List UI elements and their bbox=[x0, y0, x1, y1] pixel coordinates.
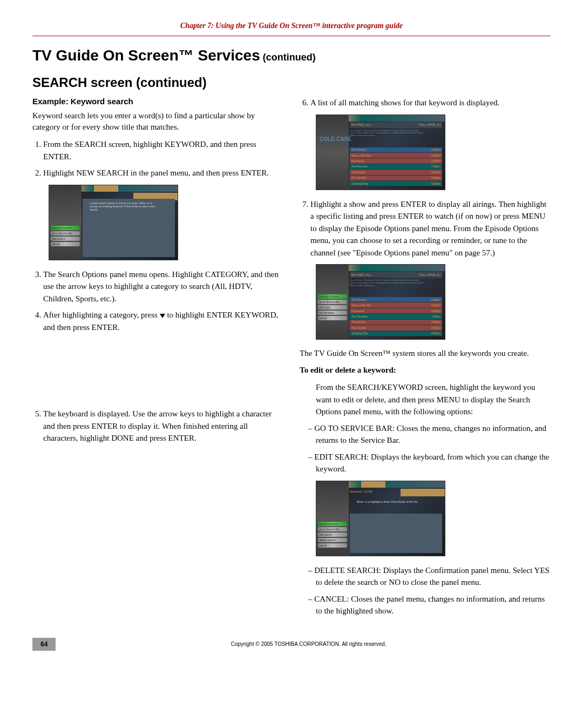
result-row: The Recruiter7:30pm bbox=[350, 314, 442, 319]
step-4: After highlighting a category, press to … bbox=[43, 309, 283, 333]
sidebar-cancel-2: cancel bbox=[318, 316, 347, 320]
movies-all: MOVIES: ALL bbox=[351, 123, 371, 126]
sidebar-cancel-3: cancel bbox=[318, 543, 347, 548]
edit-heading: To edit or delete a keyword: bbox=[300, 365, 551, 376]
steps-list-left-2: The Search Options panel menu opens. Hig… bbox=[43, 268, 283, 334]
dash-delete: DELETE SEARCH: Displays the Confirmation… bbox=[316, 564, 551, 589]
step-7: Highlight a show and press ENTER to disp… bbox=[310, 198, 551, 259]
dash-goto: GO TO SERVICE BAR: Closes the menu, chan… bbox=[316, 422, 551, 447]
step-2: Highlight NEW SEARCH in the panel menu, … bbox=[43, 167, 283, 179]
dash-edit: EDIT SEARCH: Displays the keyboard, from… bbox=[316, 451, 551, 475]
main-title: TV Guide On Screen™ Services (continued) bbox=[32, 47, 551, 64]
sidebar-delete-search: delete search bbox=[318, 538, 347, 542]
step-5: The keyboard is displayed. Use the arrow… bbox=[43, 408, 283, 444]
sidebar-edit-show: edit show bbox=[318, 305, 347, 309]
from-text: From the SEARCH/KEYWORD screen, highligh… bbox=[316, 381, 551, 418]
steps-list-left-3: The keyboard is displayed. Use the arrow… bbox=[43, 408, 283, 444]
steps-list-left: From the SEARCH screen, highlight KEYWOR… bbox=[43, 138, 283, 179]
result-row: The Passion6:30pm bbox=[350, 147, 442, 153]
screenshot-results-1: MOVIES: ALL THU, APRIL 8 i COLD CASE Kis… bbox=[316, 114, 445, 190]
result-row: Jumping Ship8:30pm bbox=[350, 181, 442, 186]
result-row: Rosewood6:30pm bbox=[350, 308, 442, 314]
result-row: The Sandlot8:00pm bbox=[350, 325, 442, 331]
title-bar: MOVIES: ALL THU, APRIL 8 i bbox=[350, 122, 442, 128]
two-column-layout: Example: Keyword search Keyword search l… bbox=[32, 97, 551, 622]
movies-all-2: MOVIES: ALL bbox=[351, 273, 371, 277]
sidebar-episode-options: Episode Options bbox=[318, 294, 347, 299]
movie-desc-2: Kiss of Death: Remake of the 1947 film-n… bbox=[350, 279, 423, 287]
results-list-2: The Passion6:30pm Tears of the Sun6:30pm… bbox=[350, 297, 442, 336]
page-number: 64 bbox=[32, 638, 56, 651]
right-column: A list of all matching shows for that ke… bbox=[300, 97, 551, 622]
steps-list-right-2: Highlight a show and press ENTER to disp… bbox=[310, 198, 551, 259]
step-6: A list of all matching shows for that ke… bbox=[310, 97, 551, 109]
result-row: The Passion6:30pm bbox=[350, 297, 442, 302]
screenshot-hints: Locate shows based on words you enter. M… bbox=[90, 201, 161, 211]
step-1: From the SEARCH screen, highlight KEYWOR… bbox=[43, 138, 283, 163]
sidebar-service-bar-3: go to Service Bar bbox=[318, 527, 347, 531]
result-row: Tears of the Sun6:30pm bbox=[350, 153, 442, 158]
main-title-continued: (continued) bbox=[260, 52, 316, 63]
dash-list-1: GO TO SERVICE BAR: Closes the menu, chan… bbox=[316, 422, 551, 475]
tab-keyword-highlight bbox=[94, 185, 118, 192]
intro-text: Keyword search lets you enter a word(s) … bbox=[32, 110, 283, 133]
result-row: The Rookie8:00pm bbox=[350, 320, 442, 325]
chapter-header: Chapter 7: Using the TV Guide On Screen™… bbox=[32, 22, 551, 30]
date-label-2: THU, APRIL 8 i bbox=[419, 273, 440, 277]
step-4a: After highlighting a category, press bbox=[43, 311, 160, 319]
screenshot-preview-pane bbox=[49, 185, 82, 260]
result-row: The Sandlot8:00pm bbox=[350, 176, 442, 181]
example-subheading: Example: Keyword search bbox=[32, 97, 283, 106]
spacer bbox=[32, 338, 283, 408]
movie-desc: Kiss of Death: Remake of the 1947 film-n… bbox=[350, 130, 423, 137]
sidebar-edit-search: edit search bbox=[318, 532, 347, 537]
footer: 64 Copyright © 2005 TOSHIBA CORPORATION.… bbox=[32, 638, 551, 651]
date-label: THU, APRIL 8 i bbox=[419, 123, 440, 126]
screenshot-sidebar: Keyword Search go to Service Bar new sea… bbox=[51, 226, 80, 247]
header-divider bbox=[32, 36, 551, 36]
steps-list-right: A list of all matching shows for that ke… bbox=[310, 97, 551, 109]
keyword-label: keyword: LOVE bbox=[350, 490, 372, 493]
dash-list-2: DELETE SEARCH: Displays the Confirmation… bbox=[316, 564, 551, 617]
screenshot-keyword-search: Keyword Search go to Service Bar new sea… bbox=[49, 185, 178, 260]
sidebar-search-options: Search Options bbox=[318, 522, 347, 526]
sidebar-new-search: new search bbox=[51, 237, 80, 241]
copyright-text: Copyright © 2005 TOSHIBA CORPORATION. Al… bbox=[66, 641, 551, 647]
screenshot-preview-pane-2 bbox=[316, 115, 349, 190]
result-row: Tears of the Sun6:30pm bbox=[350, 302, 442, 308]
result-row: Rosewood6:30pm bbox=[350, 158, 442, 164]
step-3: The Search Options panel menu opens. Hig… bbox=[43, 268, 283, 305]
sidebar-service-bar: go to Service Bar bbox=[51, 231, 80, 235]
screenshot-sidebar-3: Search Options go to Service Bar edit se… bbox=[318, 522, 347, 549]
result-row: The Recruiter7:30pm bbox=[350, 164, 442, 170]
title-bar-2: MOVIES: ALL THU, APRIL 8 i bbox=[350, 272, 442, 278]
sidebar-cancel: cancel bbox=[51, 242, 80, 246]
cold-case-logo: COLD CASE bbox=[320, 137, 351, 142]
main-title-text: TV Guide On Screen™ Services bbox=[32, 47, 260, 64]
screenshot-results-2: MOVIES: ALL THU, APRIL 8 i Episode Optio… bbox=[316, 264, 445, 340]
sidebar-set-reminder: set reminder bbox=[318, 311, 347, 315]
screenshot-sidebar-2: Episode Options go to Service Bar edit s… bbox=[318, 294, 347, 321]
dash-cancel: CANCEL: Closes the panel menu, changes n… bbox=[316, 593, 551, 617]
screenshot-edit-keyword: Search Options go to Service Bar edit se… bbox=[316, 481, 445, 556]
sidebar-service-bar-2: go to Service Bar bbox=[318, 300, 347, 304]
sidebar-keyword-search: Keyword Search bbox=[51, 226, 80, 230]
left-column: Example: Keyword search Keyword search l… bbox=[32, 97, 283, 622]
tab-keyword-highlight-2 bbox=[361, 481, 385, 488]
results-list: The Passion6:30pm Tears of the Sun6:30pm… bbox=[350, 147, 442, 187]
result-row: The Rookie8:00pm bbox=[350, 170, 442, 175]
result-row: Jumping Ship8:30pm bbox=[350, 331, 442, 336]
alphabetical-highlight-2 bbox=[401, 489, 445, 496]
stores-text: The TV Guide On Screen™ system stores al… bbox=[300, 348, 551, 359]
screenshot-body-2 bbox=[350, 514, 442, 553]
section-title: SEARCH screen (continued) bbox=[32, 75, 551, 90]
down-arrow-icon bbox=[160, 314, 165, 318]
screenshot-edit-hint: Move ◄ to highlight a show. Press Enter … bbox=[357, 500, 429, 503]
